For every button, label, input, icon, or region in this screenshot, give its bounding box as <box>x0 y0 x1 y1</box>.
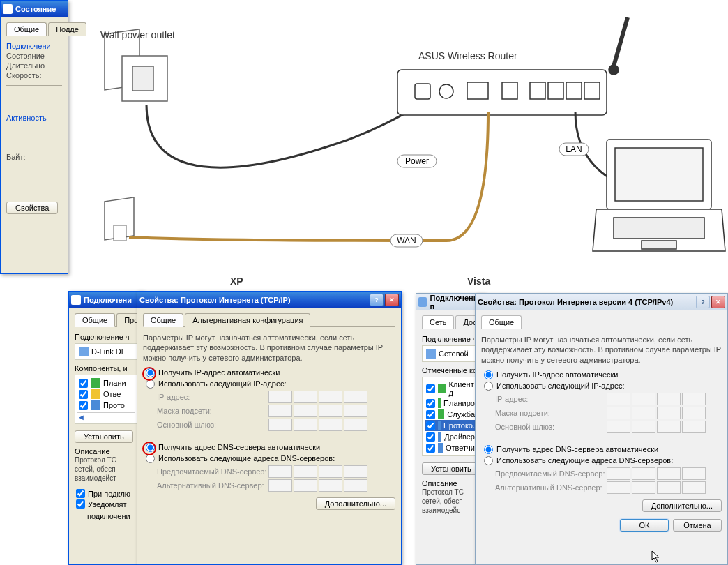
install-button[interactable]: Установить <box>75 430 133 443</box>
window-title: Свойства: Протокол Интернета (TCP/IP) <box>139 296 291 304</box>
comp-label: Клиент д <box>449 380 476 397</box>
components-label: Отмеченные ко <box>422 366 479 375</box>
window-title: Свойства: Протокол Интернета версии 4 (T… <box>478 298 673 306</box>
wall-outlet-label: Wall power outlet <box>100 29 175 40</box>
component-icon <box>438 432 441 442</box>
titlebar[interactable]: Подключени <box>69 292 143 308</box>
bytes-label: Байт: <box>6 153 62 161</box>
comp-label: Протоко. <box>443 421 475 430</box>
dns1-input <box>607 467 706 480</box>
radio-label: Использовать следующие адреса DNS-сервер… <box>158 454 335 462</box>
mask-input <box>607 407 706 419</box>
cb-onconnect[interactable] <box>76 489 85 498</box>
cb-comp1[interactable] <box>79 379 88 388</box>
tabs: Общие Альтернативная конфигурация <box>143 312 395 327</box>
svg-rect-11 <box>584 82 600 99</box>
xp-tcpip-window: Свойства: Протокол Интернета (TCP/IP) ? … <box>137 291 402 565</box>
dns2-label: Альтернативный DNS-сервер: <box>157 481 268 490</box>
svg-rect-18 <box>614 218 704 239</box>
comp-label: Служба <box>447 410 475 419</box>
radio-auto-ip[interactable] <box>484 370 493 379</box>
cb-comp2[interactable] <box>79 390 88 399</box>
window-title: Подключени <box>84 296 132 304</box>
dns2-input <box>268 479 367 492</box>
component-icon <box>438 443 443 453</box>
tabs: Общие <box>481 315 722 329</box>
help-button[interactable]: ? <box>370 294 384 306</box>
gateway-input <box>607 421 706 433</box>
cb[interactable] <box>426 432 435 442</box>
close-button[interactable]: ✕ <box>385 294 399 306</box>
adapter-label: Подключение ч <box>75 333 137 341</box>
radio-auto-dns[interactable] <box>484 445 493 454</box>
comp-label: Ответчи <box>446 444 475 452</box>
cb-notify[interactable] <box>76 499 85 508</box>
cb[interactable] <box>426 444 435 453</box>
titlebar[interactable]: Свойства: Протокол Интернета (TCP/IP) ? … <box>137 292 401 308</box>
cb[interactable] <box>426 421 435 430</box>
tab-general[interactable]: Общие <box>75 313 115 327</box>
dns2-label: Альтернативный DNS-сервер: <box>495 483 607 492</box>
advanced-button[interactable]: Дополнительно... <box>642 499 722 512</box>
svg-point-13 <box>609 65 619 75</box>
tab-support[interactable]: Подде <box>48 22 86 36</box>
radio-label: Использовать следующий IP-адрес: <box>158 379 287 388</box>
component-icon <box>438 384 446 393</box>
close-button[interactable]: ✕ <box>711 296 725 308</box>
radio-label: Получить IP-адрес автоматически <box>158 368 280 377</box>
window-icon <box>418 297 427 307</box>
gateway-label: Основной шлюз: <box>495 423 607 431</box>
section-activity: Активность <box>6 114 62 122</box>
info-text: Параметры IP могут назначаться автоматич… <box>143 333 395 363</box>
radio-label: Использовать следующий IP-адрес: <box>496 382 625 390</box>
properties-button[interactable]: Свойства <box>6 202 58 214</box>
comp-label: Планиро <box>443 399 475 407</box>
desc-heading: Описание <box>422 479 479 488</box>
radio-manual-ip[interactable] <box>484 382 493 391</box>
adapter-name: Сетевой <box>439 349 469 358</box>
help-button[interactable]: ? <box>696 296 710 308</box>
adapter-label: Подключение ч <box>422 335 479 343</box>
tab-general[interactable]: Общие <box>143 313 183 327</box>
dns1-label: Предпочитаемый DNS-сервер: <box>157 467 268 476</box>
adapter-icon <box>79 347 89 356</box>
radio-auto-dns[interactable] <box>146 443 155 452</box>
info-text: Параметры IP могут назначаться автоматич… <box>481 335 722 365</box>
gateway-input <box>268 419 367 431</box>
titlebar[interactable]: Свойства: Протокол Интернета версии 4 (T… <box>476 294 727 310</box>
adapter-box: Сетевой <box>422 345 479 362</box>
state-label: Состояние <box>6 52 62 60</box>
cb-label: Уведомлят <box>88 500 126 508</box>
tab-general[interactable]: Общие <box>6 22 47 36</box>
install-button[interactable]: Установить <box>422 462 480 475</box>
lan-label: LAN <box>566 144 582 154</box>
cb[interactable] <box>426 410 435 419</box>
cb-comp3[interactable] <box>79 401 88 410</box>
components-list[interactable]: Плани Отве Прото ◄ <box>75 375 137 424</box>
svg-point-5 <box>439 84 453 98</box>
setup-diagram: Power WAN LAN Wall power outlet ASUS Wir… <box>0 0 728 289</box>
components-list[interactable]: Клиент д Планиро Служба Протоко. Драйвер… <box>422 377 479 456</box>
radio-manual-dns[interactable] <box>484 456 493 465</box>
svg-rect-6 <box>467 82 488 99</box>
comp-label: Отве <box>103 390 121 398</box>
tab-alt[interactable]: Альтернативная конфигурация <box>185 313 310 327</box>
titlebar[interactable]: Состояние <box>1 1 68 17</box>
advanced-button[interactable]: Дополнительно... <box>316 497 395 510</box>
ok-button[interactable]: ОК <box>620 519 669 532</box>
tab-general[interactable]: Общие <box>481 315 522 329</box>
component-icon <box>438 421 441 430</box>
svg-rect-17 <box>615 148 703 201</box>
xp-status-window: Состояние Общие Подде Подключени Состоян… <box>0 0 68 274</box>
dns2-input <box>607 481 706 494</box>
svg-rect-7 <box>502 82 517 99</box>
cb[interactable] <box>426 399 435 408</box>
tabs: Сеть Доступ <box>422 315 479 329</box>
radio-auto-ip[interactable] <box>146 368 155 377</box>
radio-label: Получить IP-адрес автоматически <box>496 370 618 379</box>
cb[interactable] <box>426 384 435 393</box>
tab-net[interactable]: Сеть <box>422 315 454 329</box>
window-title: Состояние <box>15 5 56 13</box>
cancel-button[interactable]: Отмена <box>673 519 722 532</box>
dns1-input <box>268 465 367 478</box>
